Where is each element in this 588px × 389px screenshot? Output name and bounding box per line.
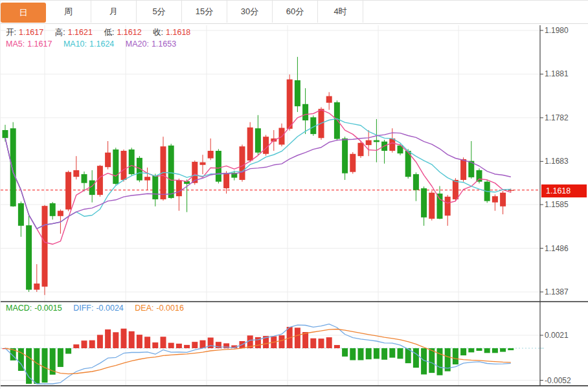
tab-week[interactable]: 周: [46, 1, 91, 23]
tab-5min[interactable]: 5分: [137, 1, 182, 23]
ma10-label: MA10:: [63, 39, 87, 49]
price-axis-tick: 1.1585: [545, 200, 569, 209]
tab-day[interactable]: 日: [1, 3, 46, 23]
kline-widget: 日 周 月 5分 15分 30分 60分 4时 开:1.1617 高:1.162…: [0, 0, 588, 389]
tab-4hour[interactable]: 4时: [318, 1, 363, 23]
close-value: 1.1618: [166, 28, 190, 37]
last-price-tag: 1.1618: [541, 184, 587, 197]
dea-value: -0.0016: [157, 304, 184, 313]
macd-value: -0.0015: [34, 304, 62, 313]
ma20-value: 1.1653: [152, 39, 176, 49]
price-axis-tick: 1.1881: [545, 69, 569, 78]
close-label: 收:: [153, 28, 163, 37]
high-value: 1.1621: [68, 28, 93, 37]
open-label: 开:: [6, 28, 16, 37]
period-tabbar: 日 周 月 5分 15分 30分 60分 4时: [1, 1, 588, 24]
ohlc-info-row: 开:1.1617 高:1.1621 低:1.1612 收:1.1618: [6, 27, 193, 38]
macd-info-row: MACD:-0.0015 DIFF:-0.0024 DEA:-0.0016: [6, 304, 187, 313]
tab-month[interactable]: 月: [91, 1, 137, 23]
tab-30min[interactable]: 30分: [227, 1, 273, 23]
ma5-label: MA5:: [6, 39, 25, 49]
tab-15min[interactable]: 15分: [182, 1, 227, 23]
macd-label: MACD:: [6, 304, 32, 313]
macd-axis-tick: -0.0052: [545, 376, 571, 385]
open-value: 1.1617: [19, 28, 43, 37]
diff-value: -0.0024: [96, 304, 123, 313]
ma20-label: MA20:: [126, 39, 149, 49]
macd-axis-tick: 0.0021: [545, 331, 569, 340]
ma10-value: 1.1624: [89, 39, 114, 49]
diff-label: DIFF:: [73, 304, 93, 313]
candlestick-chart-canvas[interactable]: [1, 23, 588, 389]
low-label: 低:: [104, 28, 114, 37]
high-label: 高:: [55, 28, 65, 37]
low-value: 1.1612: [117, 28, 141, 37]
price-axis-tick: 1.1387: [545, 287, 569, 296]
price-axis-tick: 1.1486: [545, 244, 569, 253]
ma5-value: 1.1617: [27, 39, 52, 49]
price-axis-tick: 1.1980: [545, 26, 569, 35]
price-axis-tick: 1.1782: [545, 113, 569, 122]
tab-60min[interactable]: 60分: [273, 1, 318, 23]
ma-info-row: MA5:1.1617 MA10:1.1624 MA20:1.1653: [6, 39, 179, 49]
price-axis-tick: 1.1683: [545, 157, 569, 166]
dea-label: DEA:: [135, 304, 153, 313]
